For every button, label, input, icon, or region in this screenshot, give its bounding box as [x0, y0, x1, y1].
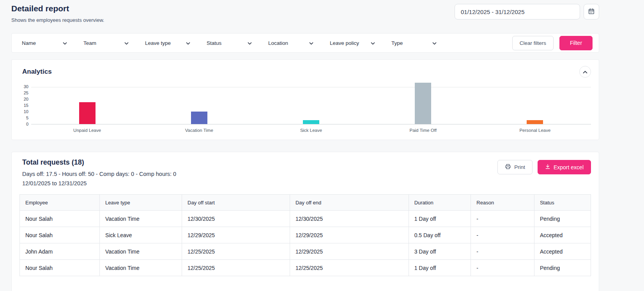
analytics-title: Analytics — [19, 68, 52, 76]
page-subtitle: Shows the employees requests overview. — [11, 17, 104, 23]
table-cell: 1 Day off — [409, 211, 471, 227]
table-cell: 0.5 Day off — [409, 227, 471, 243]
chevron-down-icon — [63, 39, 67, 46]
filter-dropdown-team[interactable]: Team — [83, 39, 129, 46]
filter-bar: NameTeamLeave typeStatusLocationLeave po… — [11, 33, 599, 53]
requests-table-head: EmployeeLeave typeDay off startDay off e… — [20, 195, 591, 211]
bar-personal-leave — [527, 120, 543, 124]
table-row: Nour SalahVacation Time12/30/202512/30/2… — [20, 211, 591, 227]
table-cell: 1 Day off — [409, 260, 471, 276]
bar-sick-leave — [303, 120, 319, 124]
date-range-input[interactable]: 01/12/2025 - 31/12/2025 — [455, 4, 580, 20]
summary-period: 12/01/2025 to 12/31/2025 — [19, 180, 176, 186]
clear-filters-button[interactable]: Clear filters — [512, 36, 554, 50]
column-header-status: Status — [534, 195, 591, 211]
topbar: Detailed report Shows the employees requ… — [11, 4, 599, 23]
filter-actions: Clear filters Filter — [512, 36, 593, 50]
y-tick-label: 0 — [26, 122, 28, 126]
analytics-header: Analytics — [19, 66, 591, 78]
date-range-control: 01/12/2025 - 31/12/2025 — [455, 4, 599, 20]
table-cell: 12/30/2025 — [290, 211, 409, 227]
column-header-day-off-end: Day off end — [290, 195, 409, 211]
dropdown-label: Name — [22, 40, 36, 46]
x-category-label: Personal Leave — [479, 128, 591, 133]
chevron-up-icon — [583, 69, 587, 75]
filter-button[interactable]: Filter — [559, 36, 593, 50]
column-header-leave-type: Leave type — [100, 195, 182, 211]
calendar-icon — [588, 8, 595, 16]
y-tick-label: 20 — [24, 97, 28, 101]
x-category-label: Sick Leave — [255, 128, 367, 133]
table-cell: - — [471, 243, 534, 260]
table-cell: Pending — [534, 260, 591, 276]
print-button[interactable]: Print — [497, 160, 533, 174]
requests-table: EmployeeLeave typeDay off startDay off e… — [19, 194, 591, 276]
analytics-card: Analytics 051015202530 Unpaid LeaveVacat… — [11, 59, 599, 140]
export-excel-label: Export excel — [554, 164, 584, 170]
column-header-day-off-start: Day off start — [182, 195, 290, 211]
x-category-label: Vacation Time — [143, 128, 255, 133]
filter-dropdown-name[interactable]: Name — [22, 39, 67, 46]
bar-vacation-time — [191, 112, 207, 124]
bar-paid-time-off — [415, 83, 431, 124]
table-cell: 12/25/2025 — [182, 243, 290, 260]
table-cell: - — [471, 260, 534, 276]
download-icon — [545, 164, 550, 170]
table-cell: Nour Salah — [20, 227, 100, 243]
column-header-duration: Duration — [409, 195, 471, 211]
table-cell: 12/29/2025 — [290, 243, 409, 260]
filter-dropdown-status[interactable]: Status — [207, 39, 252, 46]
filter-dropdowns: NameTeamLeave typeStatusLocationLeave po… — [22, 39, 453, 46]
y-tick-label: 5 — [26, 116, 28, 120]
table-row: Nour SalahSick Leave12/29/202512/29/2025… — [20, 227, 591, 243]
chevron-down-icon — [309, 39, 313, 46]
date-range-value: 01/12/2025 - 31/12/2025 — [461, 9, 524, 15]
requests-card: Total requests (18) Days off: 17.5 - Hou… — [11, 152, 599, 291]
y-tick-label: 30 — [24, 85, 28, 89]
table-cell: Nour Salah — [20, 211, 100, 227]
filter-dropdown-type[interactable]: Type — [391, 39, 437, 46]
requests-summary: Total requests (18) Days off: 17.5 - Hou… — [19, 158, 176, 186]
column-header-reason: Reason — [471, 195, 534, 211]
table-cell: 12/25/2025 — [290, 260, 409, 276]
y-tick-label: 25 — [24, 91, 28, 95]
calendar-button[interactable] — [584, 4, 599, 20]
title-block: Detailed report Shows the employees requ… — [11, 4, 104, 23]
table-cell: Vacation Time — [100, 243, 182, 260]
table-cell: Pending — [534, 211, 591, 227]
collapse-analytics-button[interactable] — [579, 66, 591, 78]
chevron-down-icon — [432, 39, 437, 46]
table-cell: - — [471, 211, 534, 227]
dropdown-label: Leave policy — [330, 40, 359, 46]
summary-stats: Days off: 17.5 - Hours off: 50 - Comp da… — [19, 171, 176, 177]
y-tick-label: 15 — [24, 103, 28, 108]
chart-x-labels: Unpaid LeaveVacation TimeSick LeavePaid … — [31, 124, 591, 133]
printer-icon — [505, 163, 511, 171]
y-tick-label: 10 — [24, 110, 28, 114]
dropdown-label: Type — [391, 40, 403, 46]
x-category-label: Paid Time Off — [367, 128, 479, 133]
column-header-employee: Employee — [20, 195, 100, 211]
page-title: Detailed report — [11, 4, 104, 13]
table-cell: 12/29/2025 — [182, 227, 290, 243]
page: Detailed report Shows the employees requ… — [11, 0, 599, 291]
filter-dropdown-leave-policy[interactable]: Leave policy — [330, 39, 375, 46]
export-excel-button[interactable]: Export excel — [538, 160, 591, 174]
total-requests-title: Total requests (18) — [19, 158, 176, 167]
chart-y-axis: 051015202530 — [19, 87, 31, 124]
table-row: John AdamVacation Time12/25/202512/29/20… — [20, 243, 591, 260]
chevron-down-icon — [186, 39, 190, 46]
filter-dropdown-location[interactable]: Location — [268, 39, 313, 46]
table-cell: John Adam — [20, 243, 100, 260]
table-cell: Vacation Time — [100, 211, 182, 227]
dropdown-label: Location — [268, 40, 288, 46]
table-row: Nour SalahVacation Time12/25/202512/25/2… — [20, 260, 591, 276]
x-category-label: Unpaid Leave — [31, 128, 143, 133]
table-cell: Nour Salah — [20, 260, 100, 276]
table-cell: 12/25/2025 — [182, 260, 290, 276]
filter-dropdown-leave-type[interactable]: Leave type — [145, 39, 190, 46]
table-cell: 3 Day off — [409, 243, 471, 260]
table-cell: - — [471, 227, 534, 243]
chevron-down-icon — [248, 39, 252, 46]
table-header-row: EmployeeLeave typeDay off startDay off e… — [20, 195, 591, 211]
